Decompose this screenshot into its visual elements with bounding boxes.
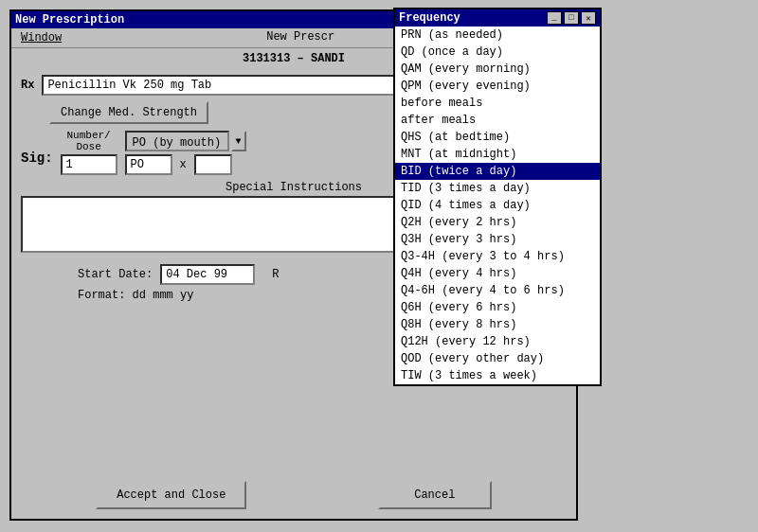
menu-window[interactable]: Window bbox=[17, 30, 65, 45]
change-med-button[interactable]: Change Med. Strength bbox=[49, 101, 208, 124]
freq-minimize-btn[interactable]: _ bbox=[547, 11, 562, 25]
number-dose-input[interactable] bbox=[61, 154, 117, 175]
freq-item-qpm[interactable]: QPM (every evening) bbox=[395, 78, 600, 95]
accept-close-button[interactable]: Accept and Close bbox=[96, 481, 246, 509]
cancel-button[interactable]: Cancel bbox=[378, 481, 492, 509]
rx-label: Rx bbox=[21, 79, 34, 92]
route-input[interactable] bbox=[125, 154, 172, 175]
freq-title-bar: Frequency _ □ ✕ bbox=[395, 9, 600, 27]
bottom-buttons: Accept and Close Cancel bbox=[11, 481, 576, 509]
start-date-input[interactable] bbox=[160, 264, 255, 285]
freq-item-q8h[interactable]: Q8H (every 8 hrs) bbox=[395, 316, 600, 333]
x-label: x bbox=[180, 158, 187, 171]
freq-item-before[interactable]: before meals bbox=[395, 95, 600, 112]
freq-item-q3-4h[interactable]: Q3-4H (every 3 to 4 hrs) bbox=[395, 248, 600, 265]
main-window-title: New Prescription bbox=[15, 13, 124, 27]
freq-title-buttons: _ □ ✕ bbox=[547, 11, 596, 25]
route-display: PO (by mouth) bbox=[125, 131, 229, 151]
route-dropdown-arrow[interactable]: ▼ bbox=[231, 131, 246, 151]
freq-item-q3h[interactable]: Q3H (every 3 hrs) bbox=[395, 231, 600, 248]
frequency-list: PRN (as needed)QD (once a day)QAM (every… bbox=[395, 27, 600, 384]
freq-maximize-btn[interactable]: □ bbox=[564, 11, 579, 25]
dose-label: Dose bbox=[61, 141, 117, 152]
start-date-label: Start Date: bbox=[78, 268, 153, 281]
duration-input[interactable] bbox=[194, 154, 232, 175]
sig-label: Sig: bbox=[21, 151, 53, 166]
freq-item-bid[interactable]: BID (twice a day) bbox=[395, 163, 600, 180]
freq-item-prn[interactable]: PRN (as needed) bbox=[395, 27, 600, 44]
r-label: R bbox=[272, 268, 279, 281]
freq-item-qid[interactable]: QID (4 times a day) bbox=[395, 197, 600, 214]
freq-item-qod[interactable]: QOD (every other day) bbox=[395, 350, 600, 367]
number-dose-col-label: Number/ Dose bbox=[61, 130, 117, 152]
freq-item-q2h[interactable]: Q2H (every 2 hrs) bbox=[395, 214, 600, 231]
freq-close-btn[interactable]: ✕ bbox=[581, 11, 596, 25]
freq-window-title: Frequency bbox=[399, 11, 460, 25]
freq-item-mnt[interactable]: MNT (at midnight) bbox=[395, 146, 600, 163]
number-label: Number/ bbox=[61, 130, 117, 141]
freq-item-q4h[interactable]: Q4H (every 4 hrs) bbox=[395, 265, 600, 282]
freq-item-q12h[interactable]: Q12H (every 12 hrs) bbox=[395, 333, 600, 350]
freq-item-qhs[interactable]: QHS (at bedtime) bbox=[395, 129, 600, 146]
freq-item-tiw[interactable]: TIW (3 times a week) bbox=[395, 367, 600, 384]
freq-item-q4-6h[interactable]: Q4-6H (every 4 to 6 hrs) bbox=[395, 282, 600, 299]
frequency-window: Frequency _ □ ✕ PRN (as needed)QD (once … bbox=[393, 8, 602, 386]
freq-item-after[interactable]: after meals bbox=[395, 112, 600, 129]
format-label: Format: dd mmm yy bbox=[78, 289, 193, 302]
freq-item-q6h[interactable]: Q6H (every 6 hrs) bbox=[395, 299, 600, 316]
freq-item-tid[interactable]: TID (3 times a day) bbox=[395, 180, 600, 197]
freq-item-qam[interactable]: QAM (every morning) bbox=[395, 61, 600, 78]
menu-center: New Prescr bbox=[266, 30, 334, 45]
freq-item-qd[interactable]: QD (once a day) bbox=[395, 44, 600, 61]
